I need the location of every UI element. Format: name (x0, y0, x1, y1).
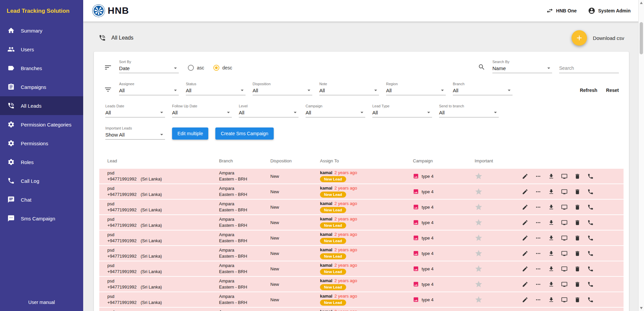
download-button[interactable] (548, 235, 554, 241)
filter-disposition-dropdown[interactable]: Disposition All (253, 82, 312, 95)
create-sms-campaign-button[interactable]: Create Sms Campaign (215, 127, 274, 140)
edit-button[interactable] (522, 189, 528, 195)
delete-button[interactable] (574, 297, 581, 303)
user-menu-button[interactable]: System Admin (588, 7, 631, 14)
star-icon[interactable] (475, 218, 522, 226)
edit-button[interactable] (522, 281, 528, 288)
sidebar-item-summary[interactable]: Summary (0, 21, 83, 40)
delete-button[interactable] (574, 189, 581, 195)
delete-button[interactable] (574, 219, 581, 226)
user-manual-link[interactable]: User manual (0, 294, 83, 311)
screen-share-button[interactable] (561, 266, 568, 272)
download-button[interactable] (548, 297, 554, 303)
call-button[interactable] (587, 281, 594, 288)
call-button[interactable] (587, 297, 594, 303)
sidebar-item-roles[interactable]: Roles (0, 153, 83, 171)
filter-assignee-dropdown[interactable]: Assignee All (119, 82, 179, 95)
delete-button[interactable] (574, 266, 581, 272)
star-icon[interactable] (475, 203, 522, 211)
delete-button[interactable] (574, 173, 581, 179)
sidebar-item-sms-campaign[interactable]: Sms Campaign (0, 209, 83, 228)
filter-send-to-branch-dropdown[interactable]: Send to branch All (439, 104, 499, 117)
scroll-up-arrow[interactable] (640, 2, 643, 4)
more-options-button[interactable] (535, 297, 541, 303)
star-icon[interactable] (475, 280, 522, 288)
sidebar-item-branches[interactable]: Branches (0, 59, 83, 77)
star-icon[interactable] (475, 296, 522, 304)
filter-region-dropdown[interactable]: Region All (386, 82, 446, 95)
sidebar-item-call-log[interactable]: Call Log (0, 171, 83, 190)
call-button[interactable] (587, 219, 594, 226)
sidebar-item-permission-categories[interactable]: Permission Categories (0, 115, 83, 134)
download-button[interactable] (548, 250, 554, 257)
sidebar-item-chat[interactable]: Chat (0, 190, 83, 209)
edit-button[interactable] (522, 250, 528, 257)
filter-lead-type-dropdown[interactable]: Lead Type All (372, 104, 432, 117)
screen-share-button[interactable] (561, 250, 568, 257)
download-button[interactable] (548, 189, 554, 195)
screen-share-button[interactable] (561, 173, 568, 179)
screen-share-button[interactable] (561, 204, 568, 210)
sort-asc-radio[interactable]: asc (188, 65, 204, 71)
edit-button[interactable] (522, 266, 528, 272)
more-options-button[interactable] (535, 219, 541, 226)
sidebar-item-all-leads[interactable]: All Leads (0, 96, 83, 115)
download-button[interactable] (548, 173, 554, 179)
delete-button[interactable] (574, 204, 581, 210)
filter-level-dropdown[interactable]: Level All (239, 104, 299, 117)
more-options-button[interactable] (535, 235, 541, 241)
screen-share-button[interactable] (561, 297, 568, 303)
call-button[interactable] (587, 250, 594, 257)
scroll-thumb[interactable] (640, 22, 643, 54)
sort-by-dropdown[interactable]: Sort By Date (119, 60, 179, 73)
download-button[interactable] (548, 266, 554, 272)
filter-campaign-dropdown[interactable]: Campaign All (306, 104, 365, 117)
download-button[interactable] (548, 219, 554, 226)
filter-leads-date-dropdown[interactable]: Leads Date All (105, 104, 165, 117)
edit-multiple-button[interactable]: Edit multiple (172, 127, 208, 140)
more-options-button[interactable] (535, 266, 541, 272)
download-csv-button[interactable]: Download csv (593, 35, 624, 41)
filter-note-dropdown[interactable]: Note All (319, 82, 379, 95)
screen-share-button[interactable] (561, 219, 568, 226)
call-button[interactable] (587, 173, 594, 179)
delete-button[interactable] (574, 281, 581, 288)
download-button[interactable] (548, 204, 554, 210)
filter-status-dropdown[interactable]: Status All (186, 82, 246, 95)
screen-share-button[interactable] (561, 189, 568, 195)
filter-branch-dropdown[interactable]: Branch All (453, 82, 513, 95)
reset-button[interactable]: Reset (606, 88, 619, 93)
scroll-down-arrow[interactable] (640, 307, 643, 309)
star-icon[interactable] (475, 172, 522, 180)
add-lead-button[interactable] (572, 30, 587, 46)
more-options-button[interactable] (535, 204, 541, 210)
call-button[interactable] (587, 204, 594, 210)
more-options-button[interactable] (535, 189, 541, 195)
edit-button[interactable] (522, 235, 528, 241)
call-button[interactable] (587, 189, 594, 195)
sidebar-item-campaigns[interactable]: Campaigns (0, 77, 83, 96)
more-options-button[interactable] (535, 173, 541, 179)
edit-button[interactable] (522, 173, 528, 179)
filter-follow-up-date-dropdown[interactable]: Follow Up Date All (172, 104, 232, 117)
delete-button[interactable] (574, 250, 581, 257)
important-leads-dropdown[interactable]: Important Leads Show All (105, 126, 165, 140)
more-options-button[interactable] (535, 281, 541, 288)
star-icon[interactable] (475, 265, 522, 273)
sort-desc-radio[interactable]: desc (213, 65, 232, 71)
screen-share-button[interactable] (561, 281, 568, 288)
download-button[interactable] (548, 281, 554, 288)
refresh-button[interactable]: Refresh (580, 88, 597, 93)
search-input[interactable] (559, 64, 619, 73)
app-switch-button[interactable]: HNB One (546, 7, 577, 14)
delete-button[interactable] (574, 235, 581, 241)
star-icon[interactable] (475, 234, 522, 242)
screen-share-button[interactable] (561, 235, 568, 241)
call-button[interactable] (587, 235, 594, 241)
edit-button[interactable] (522, 204, 528, 210)
star-icon[interactable] (475, 249, 522, 257)
star-icon[interactable] (475, 188, 522, 196)
search-by-dropdown[interactable]: Search By Name (492, 60, 552, 73)
call-button[interactable] (587, 266, 594, 272)
sidebar-item-users[interactable]: Users (0, 40, 83, 59)
